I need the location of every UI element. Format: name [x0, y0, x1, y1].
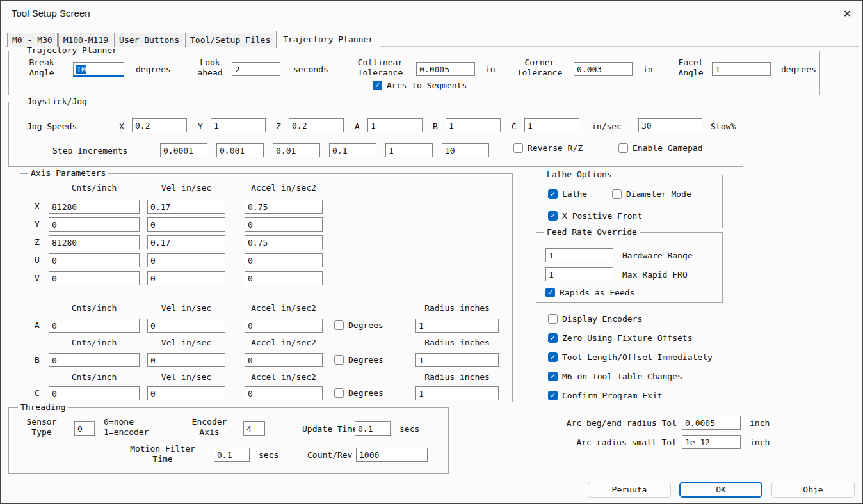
zero-using-fixture-offsets-checkbox[interactable]: Zero Using Fixture Offsets — [548, 333, 693, 343]
axis-x-vel-input[interactable] — [147, 200, 225, 214]
axis-y-accel-input[interactable] — [245, 217, 323, 232]
slow-percent-input[interactable] — [638, 118, 702, 132]
feed-rate-override-legend: Feed Rate Override — [544, 227, 640, 237]
axis-b-degrees-checkbox[interactable]: Degrees — [334, 355, 383, 365]
axis-c-degrees-checkbox[interactable]: Degrees — [334, 388, 383, 398]
tab-tool-setup-files[interactable]: Tool/Setup Files — [185, 33, 275, 47]
axis-x-accel-input[interactable] — [245, 200, 323, 214]
tab-user-buttons[interactable]: User Buttons — [114, 33, 184, 47]
axis-v-cnts-input[interactable] — [49, 271, 140, 285]
ok-button[interactable]: OK — [679, 482, 762, 498]
jog-speed-y-input[interactable] — [211, 118, 266, 132]
axis-row-y: Y — [20, 217, 513, 232]
step-increment-3-input[interactable] — [273, 143, 320, 157]
axis-u-cnts-input[interactable] — [49, 253, 140, 267]
arc-radius-small-tol-input[interactable] — [682, 435, 741, 449]
step-increment-4-input[interactable] — [329, 143, 376, 157]
group-lathe-options: Lathe Options Lathe Diameter Mode X Posi… — [536, 175, 723, 228]
axis-b-vel-input[interactable] — [147, 353, 225, 367]
axis-row-x: X — [20, 200, 513, 214]
step-increment-1-input[interactable] — [160, 143, 207, 157]
col-header-radius: Radius inches — [405, 372, 510, 382]
facet-angle-input[interactable] — [712, 62, 771, 76]
arc-beg-end-radius-tol-label: Arc beg/end radius Tol — [482, 418, 677, 428]
axis-u-accel-input[interactable] — [245, 253, 323, 267]
axis-c-accel-input[interactable] — [245, 386, 323, 400]
step-increment-2-input[interactable] — [216, 143, 264, 157]
checkbox-icon — [548, 391, 558, 400]
axis-b-accel-input[interactable] — [245, 353, 323, 367]
tab-trajectory-planner[interactable]: Trajectory Planner — [276, 31, 380, 48]
tool-length-offset-immediately-checkbox[interactable]: Tool Length/Offset Immediately — [548, 352, 713, 362]
enable-gamepad-checkbox[interactable]: Enable Gamepad — [618, 143, 703, 153]
encoder-axis-input[interactable] — [243, 421, 265, 436]
display-encoders-checkbox[interactable]: Display Encoders — [548, 314, 642, 324]
motion-filter-time-label: Motion Filter Time — [127, 444, 198, 465]
axis-u-vel-input[interactable] — [147, 253, 225, 267]
tab-m100-m119[interactable]: M100-M119 — [58, 33, 113, 47]
axis-v-vel-input[interactable] — [147, 271, 225, 285]
axis-b-label: B — [32, 355, 42, 365]
axis-x-cnts-input[interactable] — [49, 200, 140, 214]
count-rev-input[interactable] — [356, 448, 428, 462]
checkbox-icon — [334, 355, 344, 365]
motion-filter-time-input[interactable] — [214, 448, 250, 462]
axis-y-cnts-input[interactable] — [49, 217, 140, 232]
jog-speed-b-input[interactable] — [446, 118, 501, 132]
arcs-to-segments-checkbox[interactable]: Arcs to Segments — [373, 81, 467, 90]
axis-a-accel-input[interactable] — [245, 319, 323, 333]
axis-z-accel-input[interactable] — [245, 235, 323, 249]
collinear-tolerance-input[interactable] — [416, 62, 475, 76]
axis-a-cnts-input[interactable] — [49, 319, 140, 333]
axis-a-vel-input[interactable] — [147, 319, 225, 333]
axis-z-cnts-input[interactable] — [49, 235, 140, 249]
cancel-button[interactable]: Peruuta — [588, 482, 671, 498]
degrees-label: Degrees — [348, 355, 383, 365]
axis-y-vel-input[interactable] — [147, 217, 225, 232]
axis-z-vel-input[interactable] — [147, 235, 225, 249]
corner-tolerance-input[interactable] — [574, 62, 633, 76]
axis-v-accel-input[interactable] — [245, 271, 323, 285]
axis-row-z: Z — [20, 235, 513, 249]
diameter-mode-checkbox[interactable]: Diameter Mode — [612, 189, 691, 199]
axis-b-radius-input[interactable] — [415, 353, 499, 367]
jog-speeds-label: Jog Speeds — [27, 122, 77, 131]
tab-m0-m30[interactable]: M0 - M30 — [7, 33, 58, 47]
break-angle-input[interactable]: 10 — [73, 62, 124, 77]
jog-speed-c-input[interactable] — [524, 118, 579, 132]
look-ahead-unit: seconds — [293, 65, 328, 74]
m6-on-tool-table-changes-checkbox[interactable]: M6 on Tool Table Changes — [548, 372, 682, 381]
jog-speed-z-input[interactable] — [289, 118, 344, 132]
jog-speed-a-input[interactable] — [367, 118, 423, 132]
motion-filter-time-unit: secs — [259, 450, 278, 460]
col-header-accel: Accel in/sec2 — [245, 183, 323, 193]
update-time-label: Update Time — [302, 424, 357, 434]
arc-beg-end-radius-tol-input[interactable] — [682, 416, 741, 430]
x-positive-front-checkbox[interactable]: X Positive Front — [548, 211, 642, 221]
confirm-program-exit-checkbox[interactable]: Confirm Program Exit — [548, 391, 663, 400]
step-increment-6-input[interactable] — [442, 143, 489, 157]
help-button[interactable]: Ohje — [771, 482, 855, 498]
close-button[interactable]: ✕ — [832, 1, 862, 26]
step-increment-5-input[interactable] — [385, 143, 433, 157]
rapids-as-feeds-checkbox[interactable]: Rapids as Feeds — [545, 288, 634, 297]
axis-a-radius-input[interactable] — [415, 319, 499, 333]
look-ahead-input[interactable] — [232, 62, 280, 76]
axis-c-vel-input[interactable] — [147, 386, 225, 400]
axis-b-cnts-input[interactable] — [49, 353, 140, 367]
confirm-program-exit-label: Confirm Program Exit — [562, 391, 663, 400]
col-header-vel: Vel in/sec — [147, 303, 225, 313]
lathe-checkbox[interactable]: Lathe — [548, 189, 587, 199]
hardware-range-input[interactable] — [545, 248, 613, 262]
jog-speed-x-input[interactable] — [132, 118, 187, 132]
axis-a-degrees-checkbox[interactable]: Degrees — [334, 320, 383, 330]
sensor-type-input[interactable] — [74, 421, 95, 436]
degrees-label: Degrees — [348, 388, 383, 398]
break-angle-label: Break Angle — [23, 58, 60, 79]
axis-c-radius-input[interactable] — [415, 386, 499, 400]
max-rapid-fro-input[interactable] — [545, 267, 613, 281]
axis-c-cnts-input[interactable] — [49, 386, 140, 400]
reverse-rz-checkbox[interactable]: Reverse R/Z — [513, 143, 583, 153]
group-feed-rate-override: Feed Rate Override Hardware Range Max Ra… — [536, 232, 723, 303]
update-time-input[interactable] — [355, 421, 391, 436]
